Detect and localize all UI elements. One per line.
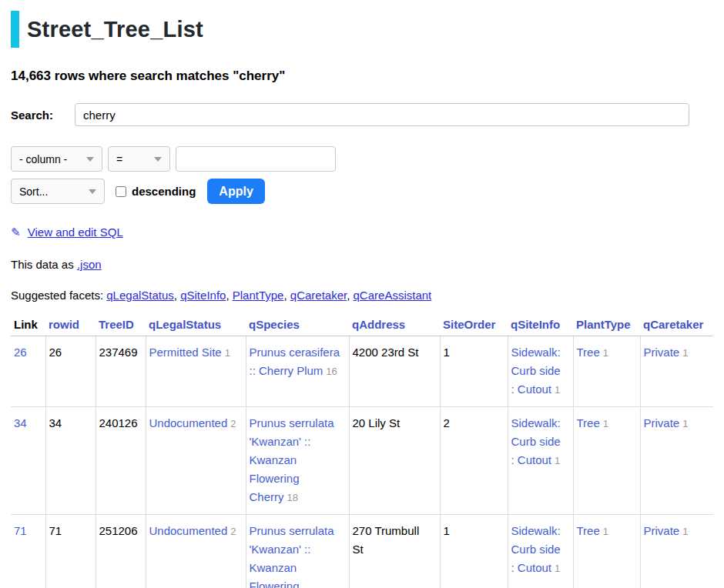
qcaretaker-value-link[interactable]: Private xyxy=(644,346,680,359)
table-header-row: Link rowid TreeID qLegalStatus qSpecies … xyxy=(11,316,713,336)
facet-count: 1 xyxy=(603,347,608,359)
qspecies-cell: Prunus serrulata 'Kwanzan' :: Kwanzan Fl… xyxy=(246,515,349,588)
qsiteinfo-value-link[interactable]: Sidewalk: Curb side : Cutout xyxy=(511,524,561,574)
qlegalstatus-cell: Undocumented2 xyxy=(146,515,246,588)
facet-count: 18 xyxy=(287,492,298,503)
qspecies-value-link[interactable]: Prunus serrulata 'Kwanzan' :: Kwanzan Fl… xyxy=(250,416,334,503)
siteorder-cell: 2 xyxy=(440,407,508,515)
facet-link-planttype[interactable]: PlantType xyxy=(233,289,284,302)
rowid-cell: 71 xyxy=(45,515,96,588)
column-header-qaddress-link[interactable]: qAddress xyxy=(352,318,405,331)
planttype-value-link[interactable]: Tree xyxy=(577,346,600,359)
column-header-qsiteinfo: qSiteInfo xyxy=(508,316,573,336)
pencil-icon: ✎ xyxy=(11,226,21,239)
column-header-planttype: PlantType xyxy=(573,316,640,336)
view-edit-sql-link[interactable]: View and edit SQL xyxy=(28,226,123,239)
column-header-link: Link xyxy=(11,316,45,336)
qsiteinfo-value-link[interactable]: Sidewalk: Curb side : Cutout xyxy=(511,416,561,466)
rowid-cell: 34 xyxy=(45,407,96,515)
column-header-qlegalstatus-link[interactable]: qLegalStatus xyxy=(149,318,221,331)
column-header-qcaretaker: qCaretaker xyxy=(640,316,713,336)
facet-separator: , xyxy=(226,289,232,302)
search-row: Search: xyxy=(11,103,713,126)
filter-value-input[interactable] xyxy=(176,146,336,172)
column-header-qspecies: qSpecies xyxy=(246,316,349,336)
column-header-qcaretaker-link[interactable]: qCaretaker xyxy=(643,318,703,331)
facet-count: 1 xyxy=(555,455,560,466)
facet-count: 2 xyxy=(230,526,236,537)
row-link[interactable]: 71 xyxy=(14,524,27,537)
row-link[interactable]: 26 xyxy=(14,346,27,359)
column-select-value: - column - xyxy=(19,153,67,165)
facet-link-qlegalstatus[interactable]: qLegalStatus xyxy=(106,289,174,302)
column-header-treeid-link[interactable]: TreeID xyxy=(99,318,134,331)
facet-separator: , xyxy=(174,289,180,302)
facet-link-qcaretaker[interactable]: qCaretaker xyxy=(290,289,347,302)
page-title: Street_Tree_List xyxy=(11,11,713,48)
chevron-down-icon xyxy=(89,189,96,194)
column-header-qaddress: qAddress xyxy=(349,316,440,336)
planttype-value-link[interactable]: Tree xyxy=(577,416,600,429)
qspecies-cell: Prunus cerasifera :: Cherry Plum16 xyxy=(246,336,349,407)
column-header-siteorder-link[interactable]: SiteOrder xyxy=(443,318,495,331)
planttype-cell: Tree1 xyxy=(573,407,640,515)
facet-count: 1 xyxy=(225,347,230,359)
column-header-qsiteinfo-link[interactable]: qSiteInfo xyxy=(511,318,560,331)
sql-link-row: ✎ View and edit SQL xyxy=(11,226,713,239)
facet-count: 16 xyxy=(326,366,337,377)
qcaretaker-cell: Private1 xyxy=(640,336,713,407)
qaddress-cell: 270 Trumbull St xyxy=(349,515,440,588)
descending-checkbox[interactable] xyxy=(116,186,126,197)
column-header-rowid-link[interactable]: rowid xyxy=(49,318,79,331)
apply-button[interactable]: Apply xyxy=(207,179,264,204)
planttype-value-link[interactable]: Tree xyxy=(577,524,600,537)
export-row: This data as .json xyxy=(11,258,713,271)
facet-count: 1 xyxy=(555,563,560,574)
planttype-cell: Tree1 xyxy=(573,515,640,588)
qsiteinfo-cell: Sidewalk: Curb side : Cutout1 xyxy=(508,336,573,407)
column-header-qspecies-link[interactable]: qSpecies xyxy=(249,318,300,331)
column-header-rowid: rowid xyxy=(45,316,96,336)
qsiteinfo-cell: Sidewalk: Curb side : Cutout1 xyxy=(508,407,573,515)
sort-select[interactable]: Sort... xyxy=(11,179,105,204)
suggested-facets-row: Suggested facets: qLegalStatus, qSiteInf… xyxy=(11,289,713,302)
qcaretaker-cell: Private1 xyxy=(640,407,713,515)
qcaretaker-value-link[interactable]: Private xyxy=(644,524,680,537)
json-link[interactable]: .json xyxy=(77,258,102,271)
column-header-planttype-link[interactable]: PlantType xyxy=(576,318,631,331)
qlegalstatus-cell: Permitted Site1 xyxy=(146,336,246,407)
qlegalstatus-value-link[interactable]: Permitted Site xyxy=(149,346,222,359)
qlegalstatus-cell: Undocumented2 xyxy=(146,407,246,515)
treeid-cell: 240126 xyxy=(96,407,146,515)
row-count-summary: 14,663 rows where search matches "cherry… xyxy=(11,68,713,84)
facet-count: 1 xyxy=(555,384,560,396)
treeid-cell: 237469 xyxy=(96,336,146,407)
qspecies-value-link[interactable]: Prunus serrulata 'Kwanzan' :: Kwanzan Fl… xyxy=(250,524,334,588)
facet-link-qcareassistant[interactable]: qCareAssistant xyxy=(354,289,432,302)
search-input[interactable] xyxy=(75,103,689,126)
table-row: 71 71 251206 Undocumented2 Prunus serrul… xyxy=(11,515,713,588)
qsiteinfo-cell: Sidewalk: Curb side : Cutout1 xyxy=(508,515,573,588)
column-select[interactable]: - column - xyxy=(11,146,102,172)
column-header-qlegalstatus: qLegalStatus xyxy=(146,316,246,336)
facet-count: 1 xyxy=(682,526,688,537)
data-as-label: This data as xyxy=(11,258,74,271)
siteorder-cell: 1 xyxy=(440,336,508,407)
qaddress-cell: 4200 23rd St xyxy=(349,336,440,407)
qsiteinfo-value-link[interactable]: Sidewalk: Curb side : Cutout xyxy=(511,346,561,396)
facet-link-qsiteinfo[interactable]: qSiteInfo xyxy=(180,289,226,302)
facet-count: 1 xyxy=(603,526,608,537)
qcaretaker-cell: Private1 xyxy=(640,515,713,588)
facet-separator: , xyxy=(283,289,290,302)
operator-select[interactable]: = xyxy=(108,146,170,172)
siteorder-cell: 1 xyxy=(440,515,508,588)
qlegalstatus-value-link[interactable]: Undocumented xyxy=(149,416,228,429)
facet-separator: , xyxy=(347,289,353,302)
row-link[interactable]: 34 xyxy=(14,416,27,429)
qcaretaker-value-link[interactable]: Private xyxy=(644,416,680,429)
table-row: 26 26 237469 Permitted Site1 Prunus cera… xyxy=(11,336,713,407)
search-label: Search: xyxy=(11,109,75,122)
treeid-cell: 251206 xyxy=(96,515,146,588)
qlegalstatus-value-link[interactable]: Undocumented xyxy=(149,524,228,537)
sort-select-value: Sort... xyxy=(19,185,48,198)
